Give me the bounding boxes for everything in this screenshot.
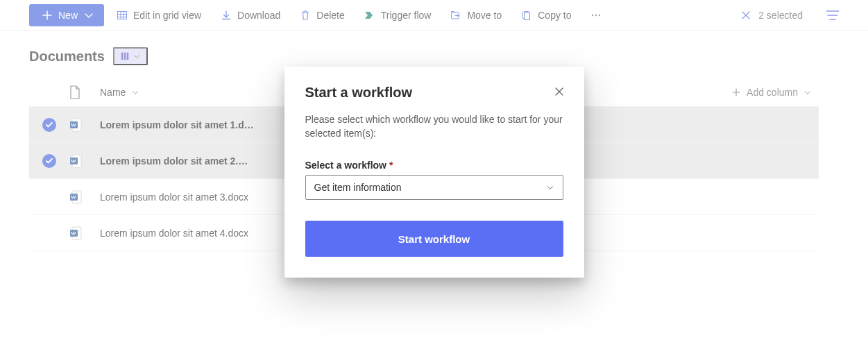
- modal-overlay[interactable]: Start a workflow Please select which wor…: [0, 0, 868, 356]
- start-workflow-button[interactable]: Start workflow: [305, 221, 563, 257]
- start-workflow-button-label: Start workflow: [398, 233, 470, 245]
- workflow-field-label: Select a workflow *: [305, 160, 563, 171]
- modal-close-button[interactable]: [550, 82, 569, 103]
- start-workflow-modal: Start a workflow Please select which wor…: [284, 67, 584, 278]
- close-icon: [554, 86, 565, 97]
- required-indicator: *: [389, 160, 393, 171]
- chevron-down-icon: [546, 183, 554, 192]
- workflow-select[interactable]: Get item information: [305, 175, 563, 200]
- modal-title: Start a workflow: [305, 85, 563, 101]
- modal-description: Please select which workflow you would l…: [305, 113, 563, 140]
- workflow-selected-value: Get item information: [314, 182, 402, 193]
